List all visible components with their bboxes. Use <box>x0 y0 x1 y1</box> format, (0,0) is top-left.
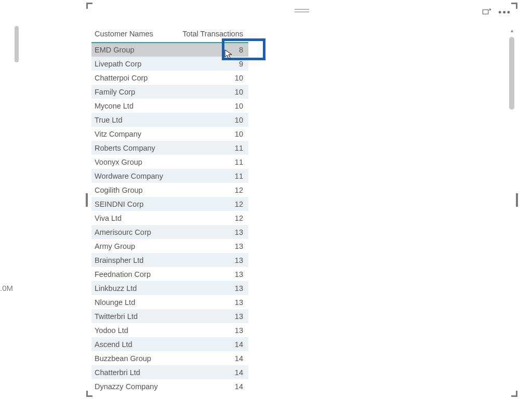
table-row[interactable]: Chatterpoi Corp10 <box>91 71 248 85</box>
cell-name[interactable]: Chatterbri Ltd <box>91 365 173 379</box>
table-row[interactable]: Feednation Corp13 <box>91 267 248 281</box>
table-row[interactable]: Brainspher Ltd13 <box>91 253 248 267</box>
table-row[interactable]: Viva Ltd12 <box>91 211 248 225</box>
table-row[interactable]: Cogilith Group12 <box>91 183 248 197</box>
cell-value[interactable]: 10 <box>173 99 248 113</box>
resize-handle-left[interactable] <box>86 193 88 207</box>
table-row[interactable]: Livepath Corp9 <box>91 57 248 71</box>
cell-value[interactable]: 13 <box>173 225 248 239</box>
cell-value[interactable]: 11 <box>173 155 248 169</box>
cell-value[interactable]: 11 <box>173 169 248 183</box>
cell-name[interactable]: Vitz Company <box>91 127 173 141</box>
cell-value[interactable]: 14 <box>173 379 248 393</box>
table-row[interactable]: Family Corp10 <box>91 85 248 99</box>
cell-value[interactable]: 10 <box>173 127 248 141</box>
table-row[interactable]: EMD Group8 <box>91 43 248 57</box>
cell-value[interactable]: 13 <box>173 253 248 267</box>
cell-value[interactable]: 14 <box>173 337 248 351</box>
cell-name[interactable]: Dynazzy Company <box>91 379 173 393</box>
resize-handle-right[interactable] <box>516 193 518 207</box>
cell-name[interactable]: Livepath Corp <box>91 57 173 71</box>
cell-value[interactable]: 12 <box>173 197 248 211</box>
table-scroll-area[interactable]: Customer Names Total Transactions EMD Gr… <box>91 26 507 394</box>
table-row[interactable]: Dynazzy Company14 <box>91 379 248 393</box>
table-row[interactable]: Buzzbean Group14 <box>91 351 248 365</box>
table-row[interactable]: True Ltd10 <box>91 113 248 127</box>
external-scrollbar-thumb[interactable] <box>15 26 19 62</box>
focus-mode-icon[interactable] <box>482 8 491 17</box>
cell-name[interactable]: Army Group <box>91 239 173 253</box>
resize-handle-top-left[interactable] <box>86 3 92 9</box>
cell-value[interactable]: 8 <box>173 43 248 57</box>
table-row[interactable]: Linkbuzz Ltd13 <box>91 281 248 295</box>
cell-name[interactable]: Nlounge Ltd <box>91 295 173 309</box>
cell-value[interactable]: 13 <box>173 281 248 295</box>
cell-value[interactable]: 11 <box>173 141 248 155</box>
cell-value[interactable]: 12 <box>173 183 248 197</box>
resize-handle-top-right[interactable] <box>511 3 517 9</box>
cell-value[interactable]: 13 <box>173 323 248 337</box>
cell-name[interactable]: Buzzbean Group <box>91 351 173 365</box>
cell-name[interactable]: Cogilith Group <box>91 183 173 197</box>
table-row[interactable]: Nlounge Ltd13 <box>91 295 248 309</box>
cell-name[interactable]: True Ltd <box>91 113 173 127</box>
table-row[interactable]: Roberts Company11 <box>91 141 248 155</box>
cell-value[interactable]: 13 <box>173 267 248 281</box>
table-header-row[interactable]: Customer Names Total Transactions <box>91 26 248 43</box>
inner-scrollbar-thumb[interactable] <box>509 37 514 110</box>
cell-name[interactable]: Ascend Ltd <box>91 337 173 351</box>
cell-name[interactable]: Feednation Corp <box>91 267 173 281</box>
cell-name[interactable]: EMD Group <box>91 43 173 57</box>
cell-value[interactable]: 10 <box>173 71 248 85</box>
table-row[interactable]: Army Group13 <box>91 239 248 253</box>
table-row[interactable]: SEINDNI Corp12 <box>91 197 248 211</box>
column-header-value[interactable]: Total Transactions <box>173 26 248 43</box>
visual-action-bar: ••• <box>482 8 511 17</box>
data-table: Customer Names Total Transactions EMD Gr… <box>91 26 248 393</box>
cell-value[interactable]: 10 <box>173 85 248 99</box>
inner-scrollbar-track[interactable] <box>509 31 514 392</box>
column-header-name[interactable]: Customer Names <box>91 26 173 43</box>
drag-grip-icon[interactable] <box>295 9 309 12</box>
table-visual-container[interactable]: ••• Customer Names Total Transactions EM… <box>87 4 516 396</box>
table-row[interactable]: Voonyx Group11 <box>91 155 248 169</box>
table-row[interactable]: Amerisourc Corp13 <box>91 225 248 239</box>
cell-name[interactable]: Chatterpoi Corp <box>91 71 173 85</box>
cell-value[interactable]: 14 <box>173 365 248 379</box>
cell-name[interactable]: Amerisourc Corp <box>91 225 173 239</box>
table-row[interactable]: Ascend Ltd14 <box>91 337 248 351</box>
scroll-up-icon[interactable] <box>509 28 515 34</box>
cell-name[interactable]: Mycone Ltd <box>91 99 173 113</box>
cell-name[interactable]: Family Corp <box>91 85 173 99</box>
cell-name[interactable]: Voonyx Group <box>91 155 173 169</box>
table-row[interactable]: Mycone Ltd10 <box>91 99 248 113</box>
cell-value[interactable]: 13 <box>173 309 248 323</box>
table-body: EMD Group8Livepath Corp9Chatterpoi Corp1… <box>91 43 248 393</box>
table-row[interactable]: Twitterbri Ltd13 <box>91 309 248 323</box>
table-row[interactable]: Chatterbri Ltd14 <box>91 365 248 379</box>
cell-name[interactable]: Brainspher Ltd <box>91 253 173 267</box>
axis-fragment-label: .0M <box>0 284 13 292</box>
cell-name[interactable]: Linkbuzz Ltd <box>91 281 173 295</box>
cell-name[interactable]: Wordware Company <box>91 169 173 183</box>
table-row[interactable]: Yodoo Ltd13 <box>91 323 248 337</box>
cell-value[interactable]: 12 <box>173 211 248 225</box>
cell-value[interactable]: 10 <box>173 113 248 127</box>
cell-value[interactable]: 14 <box>173 351 248 365</box>
cell-name[interactable]: Yodoo Ltd <box>91 323 173 337</box>
svg-rect-0 <box>483 10 488 14</box>
table-row[interactable]: Wordware Company11 <box>91 169 248 183</box>
cell-value[interactable]: 13 <box>173 239 248 253</box>
cell-value[interactable]: 13 <box>173 295 248 309</box>
cell-name[interactable]: SEINDNI Corp <box>91 197 173 211</box>
cell-value[interactable]: 9 <box>173 57 248 71</box>
cell-name[interactable]: Viva Ltd <box>91 211 173 225</box>
more-options-icon[interactable]: ••• <box>498 9 511 16</box>
cell-name[interactable]: Roberts Company <box>91 141 173 155</box>
table-row[interactable]: Vitz Company10 <box>91 127 248 141</box>
cell-name[interactable]: Twitterbri Ltd <box>91 309 173 323</box>
